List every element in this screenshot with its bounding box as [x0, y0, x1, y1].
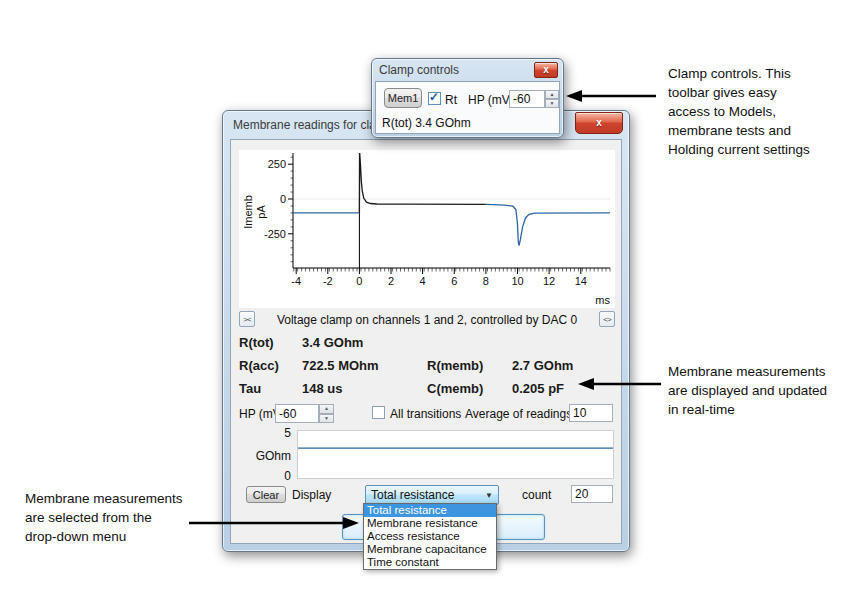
dropdown-option-0[interactable]: Total resistance [364, 504, 496, 517]
rmemb-value: 2.7 GOhm [512, 358, 573, 373]
spin-down-icon[interactable]: ▼ [545, 99, 559, 108]
toolbar-hp-spinner[interactable]: ▲ ▼ [545, 90, 559, 108]
toolbar-title: Clamp controls [379, 63, 459, 77]
count-label: count [522, 488, 551, 502]
svg-text:4: 4 [420, 275, 426, 287]
racc-label: R(acc) [239, 358, 279, 373]
rt-checkbox[interactable]: ✓ [428, 92, 441, 105]
svg-text:ms: ms [595, 294, 610, 306]
racc-value: 722.5 MOhm [302, 358, 379, 373]
mem1-button[interactable]: Mem1 [384, 88, 422, 108]
dialog-close-button[interactable]: x [575, 112, 623, 134]
dropdown-option-1[interactable]: Membrane resistance [364, 517, 496, 530]
count-input[interactable] [571, 485, 613, 503]
display-combobox[interactable]: Total resistance ▼ [365, 485, 499, 505]
expand-panel-button[interactable]: <> [599, 311, 615, 327]
rtot-label: R(tot) [239, 335, 274, 350]
toolbar-hp-input[interactable] [509, 90, 545, 108]
svg-text:8: 8 [483, 275, 489, 287]
svg-text:10: 10 [511, 275, 523, 287]
svg-text:14: 14 [575, 275, 587, 287]
hp-spinner[interactable]: ▲ ▼ [319, 404, 334, 423]
toolbar-client: Mem1 ✓ Rt HP (mV) ▲ ▼ R(tot) 3.4 GOhm [375, 81, 560, 134]
toolbar-status-text: R(tot) 3.4 GOhm [382, 116, 471, 130]
all-transitions-checkbox[interactable] [372, 406, 385, 419]
resistance-history-plot [297, 430, 614, 479]
svg-text:-2: -2 [323, 275, 333, 287]
dropdown-option-3[interactable]: Membrane capacitance [364, 543, 496, 556]
svg-text:pA: pA [255, 205, 267, 219]
membrane-dialog: Membrane readings for cla x -4-202468101… [222, 110, 630, 552]
average-readings-input[interactable] [569, 404, 613, 422]
resistance-history-chart [298, 431, 613, 478]
svg-text:12: 12 [543, 275, 555, 287]
close-icon: x [596, 118, 602, 128]
dialog-title: Membrane readings for cla [233, 118, 376, 132]
svg-text:-4: -4 [291, 275, 301, 287]
toolbar-close-button[interactable]: x [534, 62, 558, 78]
display-label: Display [292, 488, 331, 502]
spin-up-icon[interactable]: ▲ [545, 90, 559, 99]
clear-button[interactable]: Clear [246, 486, 286, 503]
chevron-down-icon: ▼ [485, 491, 493, 500]
mini-axis-unit-label: GOhm [231, 449, 291, 463]
all-transitions-label: All transitions [390, 407, 461, 421]
cmemb-label: C(memb) [427, 381, 483, 396]
spin-up-icon[interactable]: ▲ [319, 404, 334, 414]
clamp-annotation: Clamp controls. This toolbar gives easy … [668, 64, 810, 159]
tau-label: Tau [239, 381, 261, 396]
hp-input[interactable] [275, 404, 319, 423]
svg-text:-250: -250 [264, 228, 286, 240]
rmemb-label: R(memb) [427, 358, 483, 373]
mini-axis-top-label: 5 [231, 426, 291, 440]
clamp-controls-toolbar: Clamp controls x Mem1 ✓ Rt HP (mV) ▲ ▼ R… [371, 58, 564, 138]
svg-text:2: 2 [388, 275, 394, 287]
membrane-current-plot: -4-2024681012142500-250ImembpAms [239, 150, 615, 308]
clear-button-label: Clear [253, 489, 279, 501]
screenshot-canvas: Membrane readings for cla x -4-202468101… [0, 0, 864, 590]
dropdown-annotation: Membrane measurements are selected from … [25, 489, 183, 546]
svg-text:0: 0 [280, 193, 286, 205]
svg-text:0: 0 [356, 275, 362, 287]
spin-down-icon[interactable]: ▼ [319, 414, 334, 424]
expand-icon: <> [603, 315, 610, 324]
rtot-value: 3.4 GOhm [302, 335, 363, 350]
svg-text:250: 250 [268, 158, 286, 170]
cmemb-value: 0.205 pF [512, 381, 564, 396]
display-dropdown-list: Total resistanceMembrane resistanceAcces… [363, 503, 497, 570]
membrane-current-chart: -4-2024681012142500-250ImembpAms [239, 150, 615, 308]
dropdown-option-4[interactable]: Time constant [364, 556, 496, 569]
check-icon: ✓ [429, 90, 439, 104]
clamp-status-text: Voltage clamp on channels 1 and 2, contr… [231, 313, 623, 327]
toolbar-hp-label: HP (mV) [468, 93, 514, 107]
svg-text:Imemb: Imemb [242, 195, 254, 229]
clamp-annotation-arrow [566, 90, 656, 102]
mini-axis-bottom-label: 0 [231, 469, 291, 483]
average-readings-label: Average of readings [465, 407, 572, 421]
measurements-annotation: Membrane measurements are displayed and … [668, 362, 827, 419]
display-combobox-value: Total resistance [371, 488, 454, 502]
tau-value: 148 us [302, 381, 342, 396]
svg-text:6: 6 [451, 275, 457, 287]
rt-label: Rt [445, 93, 457, 107]
close-icon: x [543, 65, 549, 75]
dropdown-option-2[interactable]: Access resistance [364, 530, 496, 543]
mem1-button-label: Mem1 [388, 92, 419, 104]
dialog-client: -4-2024681012142500-250ImembpAms >< Volt… [230, 139, 622, 544]
